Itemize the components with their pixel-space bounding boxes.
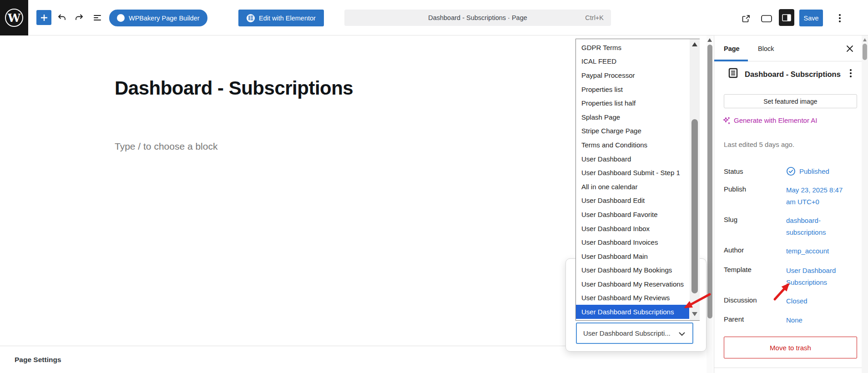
author-link[interactable]: temp_account bbox=[786, 245, 843, 257]
sidebar-document-title: Dashboard - Subscriptions bbox=[745, 70, 841, 79]
preview-button[interactable] bbox=[760, 12, 773, 25]
status-value[interactable]: Published bbox=[786, 166, 843, 176]
template-option[interactable]: Properties list bbox=[576, 82, 689, 96]
parent-link[interactable]: None bbox=[786, 314, 843, 326]
template-option[interactable]: User Dashboard Invoices bbox=[576, 235, 689, 249]
chevron-down-icon bbox=[679, 332, 685, 336]
scrollbar-arrow-up-icon[interactable] bbox=[692, 42, 697, 46]
block-appender[interactable]: Type / to choose a block bbox=[115, 141, 217, 152]
undo-button[interactable] bbox=[56, 11, 68, 24]
sidebar-panel-icon bbox=[782, 14, 791, 21]
close-icon bbox=[845, 44, 854, 53]
template-option[interactable]: User Dashboard My Reservations bbox=[576, 277, 689, 291]
template-option[interactable]: Stripe Charge Page bbox=[576, 124, 689, 138]
keyboard-shortcut: Ctrl+K bbox=[585, 14, 604, 21]
save-button[interactable]: Save bbox=[799, 10, 823, 26]
kebab-icon bbox=[839, 14, 841, 22]
scrollbar-arrow-up-icon[interactable] bbox=[863, 38, 867, 41]
set-featured-image-button[interactable]: Set featured image bbox=[724, 94, 857, 108]
elementor-icon bbox=[247, 14, 255, 22]
undo-icon bbox=[56, 12, 67, 23]
template-option[interactable]: Splash Page bbox=[576, 110, 689, 124]
wpbakery-label: WPBakery Page Builder bbox=[129, 15, 200, 22]
scrollbar-thumb[interactable] bbox=[707, 45, 712, 318]
active-tab-indicator bbox=[714, 60, 748, 61]
external-link-icon bbox=[741, 14, 751, 24]
field-label: Publish bbox=[724, 184, 746, 194]
redo-button[interactable] bbox=[73, 11, 86, 24]
scrollbar-arrow-up-icon[interactable] bbox=[707, 38, 712, 42]
template-option[interactable]: User Dashboard Favorite bbox=[576, 207, 689, 222]
template-link[interactable]: User Dashboard Subscriptions bbox=[786, 265, 843, 288]
editor-scrollbar[interactable] bbox=[707, 35, 713, 373]
editor-topbar: W WPBakery Page Builder Edit with Elemen… bbox=[0, 0, 868, 35]
field-label: Author bbox=[724, 245, 744, 255]
sparkle-icon bbox=[723, 116, 731, 124]
plus-icon bbox=[40, 13, 49, 22]
template-option[interactable]: GDPR Terms bbox=[576, 40, 689, 55]
settings-sidebar: Page Block Dashboard - Subscriptions Set… bbox=[714, 35, 862, 373]
template-option[interactable]: Terms and Conditions bbox=[576, 138, 689, 152]
template-option[interactable]: User Dashboard Inbox bbox=[576, 222, 689, 236]
template-option[interactable]: All in one calendar bbox=[576, 180, 689, 194]
template-option[interactable]: ICAL FEED bbox=[576, 55, 689, 69]
template-option[interactable]: User Dashboard My Reviews bbox=[576, 291, 689, 305]
command-center-bar[interactable]: Dashboard - Subscriptions · Page Ctrl+K bbox=[344, 10, 611, 26]
template-option[interactable]: Paypal Processor bbox=[576, 68, 689, 82]
scrollbar-thumb[interactable] bbox=[863, 44, 867, 60]
close-sidebar-button[interactable] bbox=[844, 43, 856, 55]
template-select-value: User Dashboard Subscripti... bbox=[583, 329, 671, 337]
template-option[interactable]: User Dashboard Subscriptions bbox=[576, 305, 689, 319]
tab-block[interactable]: Block bbox=[758, 35, 774, 61]
window-scrollbar[interactable] bbox=[862, 35, 868, 373]
wordpress-block-editor: W WPBakery Page Builder Edit with Elemen… bbox=[0, 0, 868, 373]
move-to-trash-button[interactable]: Move to trash bbox=[724, 337, 857, 358]
options-menu-button[interactable] bbox=[835, 12, 844, 25]
template-option[interactable]: User Dashboard My Bookings bbox=[576, 263, 689, 277]
template-option[interactable]: Properties list half bbox=[576, 96, 689, 110]
template-option[interactable]: User Dashboard Edit bbox=[576, 194, 689, 208]
list-view-button[interactable] bbox=[91, 11, 104, 24]
field-label: Template bbox=[724, 265, 752, 274]
last-edited-text: Last edited 5 days ago. bbox=[724, 141, 794, 148]
block-inserter-button[interactable] bbox=[36, 10, 51, 25]
list-view-icon bbox=[92, 12, 103, 23]
status-text: Published bbox=[799, 166, 829, 176]
template-listbox: GDPR TermsICAL FEEDPaypal ProcessorPrope… bbox=[575, 39, 700, 321]
template-option[interactable]: User Dashboard Main bbox=[576, 249, 689, 263]
view-page-button[interactable] bbox=[740, 12, 752, 25]
elementor-label: Edit with Elementor bbox=[259, 15, 316, 22]
page-title[interactable]: Dashboard - Subscriptions bbox=[115, 77, 353, 99]
check-circle-icon bbox=[786, 166, 796, 176]
page-actions-menu-button[interactable] bbox=[845, 67, 856, 79]
wordpress-logo[interactable]: W bbox=[0, 0, 28, 35]
generate-with-elementor-ai-link[interactable]: Generate with Elementor AI bbox=[723, 116, 817, 124]
redo-icon bbox=[74, 12, 85, 23]
template-select[interactable]: User Dashboard Subscripti... bbox=[576, 323, 693, 344]
kebab-icon bbox=[850, 69, 852, 77]
slug-link[interactable]: dashboard-subscriptions bbox=[786, 215, 843, 238]
page-settings-breadcrumb: Page Settings bbox=[15, 346, 61, 373]
elementor-ai-label: Generate with Elementor AI bbox=[734, 116, 817, 124]
discussion-link[interactable]: Closed bbox=[786, 295, 843, 307]
wpbakery-icon bbox=[117, 14, 125, 22]
document-icon bbox=[727, 67, 739, 81]
scrollbar-arrow-down-icon[interactable] bbox=[692, 312, 697, 316]
field-label: Discussion bbox=[724, 295, 757, 305]
wpbakery-page-builder-button[interactable]: WPBakery Page Builder bbox=[109, 10, 207, 26]
scrollbar-thumb[interactable] bbox=[691, 119, 698, 293]
publish-date-link[interactable]: May 23, 2025 8:47 am UTC+0 bbox=[786, 184, 843, 208]
field-label: Parent bbox=[724, 314, 744, 324]
template-option[interactable]: User Dashboard Submit - Step 1 bbox=[576, 166, 689, 180]
wordpress-logo-icon: W bbox=[5, 9, 23, 27]
field-label: Slug bbox=[724, 215, 737, 224]
listbox-scrollbar[interactable] bbox=[690, 39, 700, 320]
desktop-icon bbox=[761, 14, 772, 24]
field-label: Status bbox=[724, 166, 743, 176]
edit-with-elementor-button[interactable]: Edit with Elementor bbox=[238, 10, 324, 26]
tab-page[interactable]: Page bbox=[724, 35, 740, 61]
document-title: Dashboard - Subscriptions · Page bbox=[428, 14, 527, 21]
template-option[interactable]: User Dashboard bbox=[576, 152, 689, 166]
settings-panel-toggle-button[interactable] bbox=[779, 9, 794, 26]
sidebar-tabs: Page Block bbox=[714, 35, 862, 61]
